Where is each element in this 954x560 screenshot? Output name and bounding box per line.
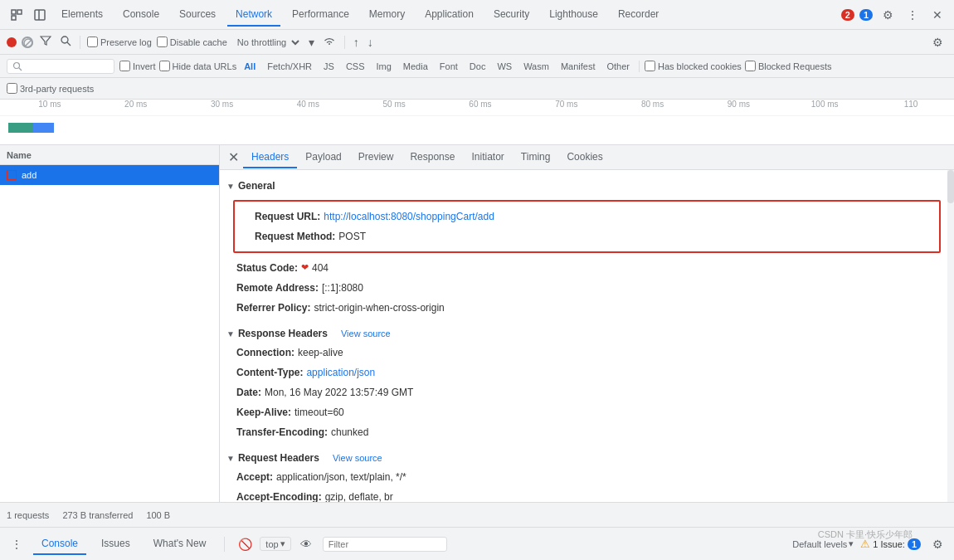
throttle-down-icon[interactable]: ▾: [307, 34, 316, 51]
dock-icon[interactable]: [7, 5, 27, 25]
keep-alive-label: Keep-Alive:: [236, 405, 291, 420]
filter-tag-font[interactable]: Font: [436, 61, 462, 72]
details-scrollbar[interactable]: [947, 170, 954, 502]
more-icon[interactable]: ⋮: [903, 5, 922, 25]
console-filter-input[interactable]: [323, 537, 447, 552]
response-headers-section-header[interactable]: ▼ Response Headers View source: [220, 324, 954, 343]
timeline-canvas: [0, 116, 954, 145]
info-badge: 1: [859, 9, 873, 21]
settings-icon[interactable]: ⚙: [878, 5, 898, 25]
has-blocked-checkbox[interactable]: Has blocked cookies: [645, 61, 742, 71]
request-row-add[interactable]: add: [0, 165, 219, 185]
tab-recorder[interactable]: Recorder: [610, 3, 667, 27]
status-bar: 1 requests 273 B transferred 100 B: [0, 502, 954, 527]
console-tab-console[interactable]: Console: [33, 533, 86, 555]
svg-rect-1: [17, 10, 22, 14]
filter-icon[interactable]: [38, 33, 53, 51]
details-tab-cookies[interactable]: Cookies: [558, 147, 611, 168]
clear-button[interactable]: [22, 37, 33, 48]
filter-tag-all[interactable]: All: [240, 61, 260, 72]
console-eye-icon[interactable]: 👁: [296, 534, 316, 554]
tab-network[interactable]: Network: [227, 3, 280, 27]
general-section-header[interactable]: ▼ General: [220, 177, 954, 195]
request-headers-title: Request Headers: [238, 452, 319, 464]
close-icon[interactable]: ✕: [927, 5, 947, 25]
general-section-title: General: [238, 180, 275, 192]
request-headers-section-header[interactable]: ▼ Request Headers View source: [220, 449, 954, 467]
download-icon[interactable]: ↓: [366, 34, 375, 51]
console-clear-icon[interactable]: 🚫: [235, 534, 255, 554]
timeline-label-30: 30 ms: [179, 100, 265, 115]
network-settings-icon[interactable]: ⚙: [927, 32, 947, 52]
wifi-icon[interactable]: [321, 33, 338, 51]
invert-checkbox[interactable]: Invert: [119, 61, 156, 71]
timeline-label-70: 70 ms: [523, 100, 610, 115]
tab-sources[interactable]: Sources: [171, 3, 224, 27]
filter-tag-other[interactable]: Other: [602, 61, 634, 72]
transfer-encoding-label: Transfer-Encoding:: [236, 425, 328, 440]
sep2: [344, 36, 345, 49]
network-toolbar: Preserve log Disable cache No throttling…: [0, 30, 954, 55]
tab-elements[interactable]: Elements: [53, 3, 111, 27]
tab-performance[interactable]: Performance: [284, 3, 358, 27]
timeline-label-60: 60 ms: [437, 100, 523, 115]
filter-tag-js[interactable]: JS: [319, 61, 338, 72]
filter-tag-img[interactable]: Img: [372, 61, 396, 72]
search-icon[interactable]: [58, 33, 73, 51]
devtools-layout-icon[interactable]: [30, 5, 50, 25]
request-headers-view-source[interactable]: View source: [333, 453, 382, 463]
tab-lighthouse[interactable]: Lighthouse: [541, 3, 606, 27]
svg-line-10: [19, 68, 22, 71]
record-button[interactable]: [7, 37, 17, 47]
filter-tag-wasm[interactable]: Wasm: [519, 61, 553, 72]
throttle-select[interactable]: No throttling Fast 3G Slow 3G Offline: [232, 35, 302, 50]
svg-point-9: [14, 62, 20, 68]
filter-input[interactable]: [26, 61, 109, 71]
details-tab-initiator[interactable]: Initiator: [463, 147, 512, 168]
console-tab-issues[interactable]: Issues: [93, 533, 139, 555]
details-tab-preview[interactable]: Preview: [350, 147, 402, 168]
details-tab-response[interactable]: Response: [402, 147, 463, 168]
third-party-checkbox[interactable]: 3rd-party requests: [7, 83, 94, 94]
svg-rect-2: [12, 16, 16, 20]
accept-encoding-value: gzip, deflate, br: [325, 489, 393, 502]
console-settings-icon[interactable]: ⚙: [927, 534, 947, 554]
accept-row: Accept: application/json, text/plain, */…: [220, 467, 954, 487]
filter-tag-doc[interactable]: Doc: [465, 61, 490, 72]
upload-icon[interactable]: ↑: [352, 34, 361, 51]
console-tab-whatsnew[interactable]: What's New: [145, 533, 215, 555]
console-top-select[interactable]: top ▾: [260, 537, 290, 551]
console-bar: ⋮ Console Issues What's New 🚫 top ▾ 👁 De…: [0, 527, 954, 560]
hide-data-urls-checkbox[interactable]: Hide data URLs: [159, 61, 237, 71]
svg-line-6: [25, 40, 32, 46]
details-tab-headers[interactable]: Headers: [243, 147, 297, 168]
filter-tag-media[interactable]: Media: [399, 61, 432, 72]
timeline-label-100: 100 ms: [781, 100, 868, 115]
details-tab-timing[interactable]: Timing: [513, 147, 559, 168]
filter-search-icon: [12, 61, 22, 71]
accept-encoding-row: Accept-Encoding: gzip, deflate, br: [220, 487, 954, 502]
blocked-requests-checkbox[interactable]: Blocked Requests: [745, 61, 832, 71]
filter-tag-fetch[interactable]: Fetch/XHR: [263, 61, 316, 72]
details-close-button[interactable]: ✕: [223, 148, 243, 168]
top-down-icon: ▾: [280, 538, 285, 549]
tab-application[interactable]: Application: [416, 3, 482, 27]
console-sep1: [224, 537, 225, 552]
tab-console[interactable]: Console: [114, 3, 168, 27]
remote-address-value: [::1]:8080: [322, 280, 363, 295]
request-headers-triangle-icon: ▼: [226, 454, 235, 463]
disable-cache-checkbox[interactable]: Disable cache: [157, 37, 227, 47]
tab-memory[interactable]: Memory: [361, 3, 413, 27]
filter-tag-css[interactable]: CSS: [342, 61, 369, 72]
filter-tag-ws[interactable]: WS: [493, 61, 516, 72]
referrer-policy-value: strict-origin-when-cross-origin: [314, 300, 444, 315]
timeline-bar: 10 ms 20 ms 30 ms 40 ms 50 ms 60 ms 70 m…: [0, 100, 954, 145]
filter-tag-manifest[interactable]: Manifest: [557, 61, 600, 72]
tab-security[interactable]: Security: [485, 3, 538, 27]
request-url-row: Request URL: http://localhost:8080/shopp…: [238, 207, 936, 226]
preserve-log-checkbox[interactable]: Preserve log: [87, 37, 152, 47]
connection-value: keep-alive: [298, 345, 343, 360]
details-tab-payload[interactable]: Payload: [297, 147, 349, 168]
response-headers-view-source[interactable]: View source: [341, 329, 391, 338]
console-menu-icon[interactable]: ⋮: [7, 534, 27, 554]
